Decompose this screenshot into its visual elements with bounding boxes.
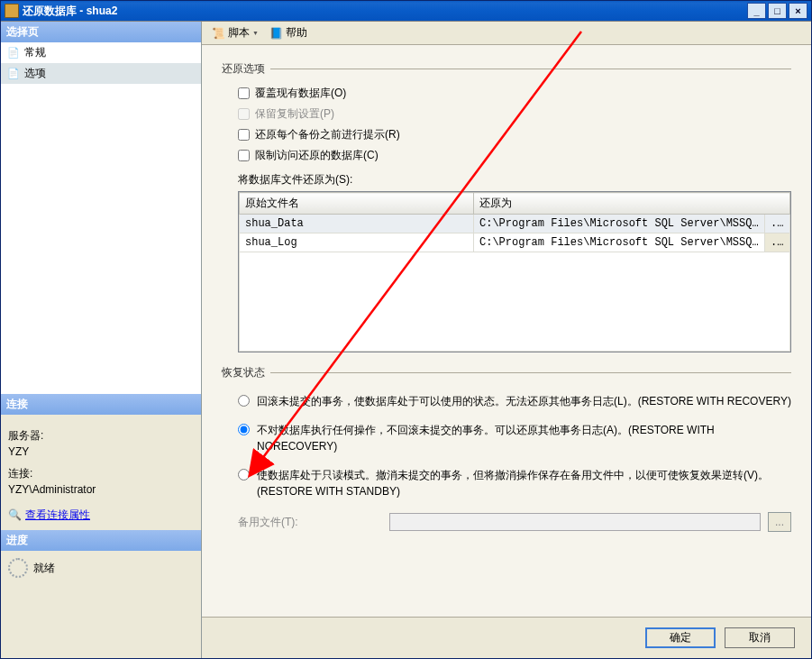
prompt-before-label: 还原每个备份之前进行提示(R) [255, 127, 400, 142]
page-icon: 📄 [6, 67, 21, 81]
restrict-access-label: 限制访问还原的数据库(C) [255, 148, 379, 163]
help-label: 帮助 [286, 25, 307, 41]
script-label: 脚本 [228, 25, 250, 41]
cancel-button[interactable]: 取消 [725, 627, 795, 648]
script-icon: 📜 [211, 26, 225, 41]
script-button[interactable]: 📜 脚本 ▼ [207, 23, 261, 42]
view-connection-props-link[interactable]: 查看连接属性 [25, 507, 90, 523]
restore-as-label: 将数据库文件还原为(S): [238, 172, 791, 188]
help-button[interactable]: 📘 帮助 [265, 23, 311, 42]
standby-file-label: 备用文件(T): [238, 515, 382, 530]
page-icon: 📄 [6, 46, 21, 60]
norecovery-label: 不对数据库执行任何操作，不回滚未提交的事务。可以还原其他事务日志(A)。(RES… [257, 422, 791, 454]
browse-path-button[interactable]: ... [765, 215, 790, 233]
cell-restore: C:\Program Files\Microsoft SQL Server\MS… [474, 233, 765, 252]
cell-original: shua_Log [240, 233, 474, 252]
standby-radio[interactable] [238, 469, 250, 481]
close-button[interactable]: × [789, 3, 807, 19]
col-original[interactable]: 原始文件名 [240, 193, 474, 215]
ok-button[interactable]: 确定 [645, 627, 716, 648]
divider [270, 372, 791, 373]
connection-props-icon: 🔍 [8, 507, 22, 523]
progress-spinner-icon [8, 558, 28, 578]
progress-status: 就绪 [33, 561, 55, 576]
recovery-label: 回滚未提交的事务，使数据库处于可以使用的状态。无法还原其他事务日志(L)。(RE… [257, 393, 791, 409]
maximize-button[interactable]: □ [768, 3, 787, 19]
select-page-header: 选择页 [1, 22, 201, 42]
preserve-replication-checkbox [238, 108, 250, 120]
minimize-button[interactable]: _ [747, 3, 766, 19]
divider [270, 69, 791, 69]
dropdown-icon: ▼ [252, 30, 258, 36]
nav-label: 选项 [24, 66, 46, 81]
browse-path-button[interactable]: ... [765, 233, 790, 252]
standby-file-browse-button[interactable]: ... [768, 512, 791, 532]
connection-label: 连接: [8, 465, 194, 481]
table-row[interactable]: shua_Data C:\Program Files\Microsoft SQL… [240, 215, 790, 233]
overwrite-label: 覆盖现有数据库(O) [255, 86, 346, 101]
cell-restore: C:\Program Files\Microsoft SQL Server\MS… [474, 215, 765, 233]
standby-label: 使数据库处于只读模式。撤消未提交的事务，但将撤消操作保存在备用文件中，以便可使恢… [257, 467, 791, 499]
overwrite-checkbox[interactable] [238, 87, 250, 99]
connection-header: 连接 [1, 394, 201, 415]
connection-value: YZY\Administrator [8, 481, 194, 498]
nav-general[interactable]: 📄 常规 [1, 42, 201, 63]
preserve-replication-label: 保留复制设置(P) [255, 106, 334, 122]
col-restore-as[interactable]: 还原为 [474, 193, 790, 215]
titlebar: 还原数据库 - shua2 _ □ × [1, 1, 811, 21]
table-row[interactable]: shua_Log C:\Program Files\Microsoft SQL … [240, 233, 790, 252]
help-icon: 📘 [269, 26, 283, 41]
restore-files-grid[interactable]: 原始文件名 还原为 shua_Data C:\Program Files\Mic… [238, 191, 791, 352]
restrict-access-checkbox[interactable] [238, 150, 250, 161]
restore-options-header: 还原选项 [222, 61, 265, 77]
progress-header: 进度 [1, 530, 201, 551]
toolbar: 📜 脚本 ▼ 📘 帮助 [202, 22, 811, 45]
norecovery-radio[interactable] [238, 424, 250, 435]
standby-file-input [389, 513, 761, 531]
server-value: YZY [8, 444, 194, 460]
app-icon [5, 4, 19, 18]
window-title: 还原数据库 - shua2 [23, 4, 747, 19]
grid-empty [240, 252, 790, 352]
nav-options[interactable]: 📄 选项 [1, 63, 201, 84]
recovery-radio[interactable] [238, 395, 250, 407]
nav-label: 常规 [24, 45, 46, 60]
cell-original: shua_Data [240, 215, 474, 233]
recovery-state-header: 恢复状态 [222, 365, 265, 380]
prompt-before-checkbox[interactable] [238, 129, 250, 141]
server-label: 服务器: [8, 427, 194, 444]
